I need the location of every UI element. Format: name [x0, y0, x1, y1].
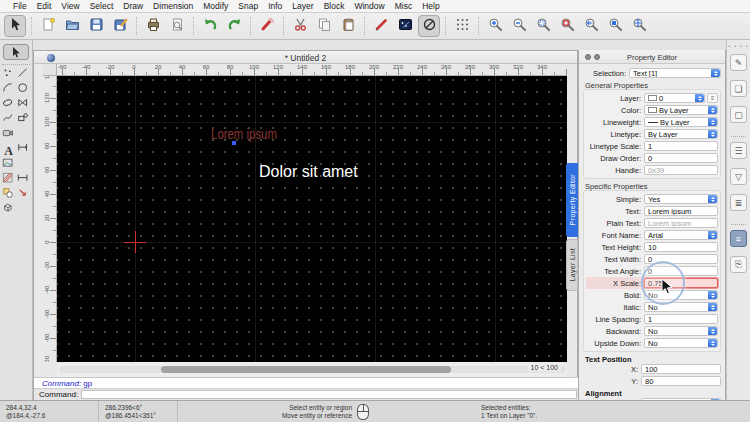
auto-zoom-button[interactable] — [532, 15, 554, 37]
menu-info[interactable]: Info — [263, 1, 287, 11]
property-input[interactable]: 80 — [641, 376, 721, 386]
dropdown-stepper[interactable] — [708, 327, 717, 335]
selection-filter-panel-button[interactable]: ▽ — [730, 168, 747, 185]
dimension-tool-button[interactable] — [16, 142, 31, 157]
panel-close-button[interactable] — [585, 54, 591, 60]
panel-float-button[interactable] — [594, 54, 600, 60]
menu-snap[interactable]: Snap — [233, 1, 263, 11]
property-dropdown[interactable]: Arial — [644, 230, 718, 240]
property-editor-panel-button[interactable]: ✎ — [730, 54, 747, 71]
property-dropdown[interactable]: Yes — [644, 194, 718, 204]
property-dropdown[interactable]: By Layer — [644, 105, 718, 115]
solid-tool-button[interactable] — [1, 202, 16, 217]
property-input[interactable]: Lorem ipsum — [644, 206, 718, 216]
dropdown-stepper[interactable] — [708, 291, 717, 299]
menu-select[interactable]: Select — [85, 1, 119, 11]
new-file-button[interactable] — [37, 15, 59, 37]
property-input[interactable]: 0 — [644, 266, 718, 276]
save-file-button[interactable] — [85, 15, 107, 37]
property-dropdown[interactable]: By Layer — [644, 129, 718, 139]
open-file-button[interactable] — [61, 15, 83, 37]
property-input[interactable]: 1 — [644, 314, 718, 324]
library-browser-panel-button[interactable]: ≣ — [730, 194, 747, 211]
property-input[interactable]: Lorem ipsum — [644, 218, 718, 228]
modify-tool-button[interactable] — [16, 187, 31, 202]
text-entity[interactable]: Dolor sit amet — [259, 163, 358, 181]
menu-edit[interactable]: Edit — [32, 1, 57, 11]
dropdown-stepper[interactable] — [708, 118, 717, 126]
pan-zoom-button[interactable] — [604, 15, 626, 37]
menu-block[interactable]: Block — [319, 1, 350, 11]
dropdown-stepper[interactable] — [708, 339, 717, 347]
zoom-center-button[interactable] — [628, 15, 650, 37]
dropdown-stepper[interactable] — [708, 130, 717, 138]
command-input[interactable] — [81, 390, 577, 399]
scrollbar-thumb[interactable] — [161, 366, 451, 373]
property-input[interactable]: 0 — [644, 153, 718, 163]
menu-dimension[interactable]: Dimension — [148, 1, 198, 11]
shape-tool-button[interactable] — [16, 112, 31, 127]
selected-text-entity[interactable]: Lorem ipsum — [211, 125, 277, 142]
redo-button[interactable] — [223, 15, 245, 37]
tab-property-editor[interactable]: Property Editor — [566, 163, 578, 237]
pointer-tool-button[interactable] — [4, 15, 26, 37]
property-dropdown[interactable]: By Layer — [644, 117, 718, 127]
zoom-window-button[interactable] — [556, 15, 578, 37]
dropdown-stepper[interactable] — [708, 231, 717, 239]
property-dropdown[interactable]: No — [644, 338, 718, 348]
draft-mode-toggle-button[interactable] — [418, 15, 440, 37]
property-dropdown[interactable]: No — [644, 290, 718, 300]
property-dropdown[interactable]: No — [644, 326, 718, 336]
view-list-panel-button[interactable]: ☰ — [730, 142, 747, 159]
panel-titlebar[interactable]: Property Editor — [579, 50, 725, 64]
document-titlebar[interactable]: * Untitled 2 — [34, 51, 577, 64]
zoom-out-button[interactable] — [508, 15, 530, 37]
property-dropdown[interactable]: 0 — [644, 93, 705, 103]
menu-help[interactable]: Help — [417, 1, 444, 11]
menu-misc[interactable]: Misc — [390, 1, 417, 11]
dock-drag-handle[interactable]: • • • • — [727, 43, 750, 49]
property-dropdown[interactable]: Text [1] — [629, 68, 721, 78]
tab-layer-list[interactable]: Layer List — [566, 239, 578, 291]
property-input[interactable]: 10 — [644, 242, 718, 252]
selection-pointer-button[interactable] — [3, 44, 29, 60]
property-input[interactable]: 100 — [641, 364, 721, 374]
undo-button[interactable] — [199, 15, 221, 37]
property-input[interactable]: 0x39 — [644, 165, 718, 175]
property-input[interactable]: 0 — [644, 254, 718, 264]
menu-modify[interactable]: Modify — [198, 1, 233, 11]
property-dropdown[interactable]: No — [644, 302, 718, 312]
grid-toggle-button[interactable] — [451, 15, 473, 37]
drawing-canvas[interactable]: Lorem ipsum Dolor sit amet — [57, 76, 567, 362]
dropdown-stepper[interactable] — [695, 94, 704, 102]
menu-view[interactable]: View — [56, 1, 84, 11]
block-list-panel-button[interactable]: ▢ — [730, 106, 747, 123]
print-preview-button[interactable] — [166, 15, 188, 37]
layer-list-panel-button[interactable]: ❏ — [730, 80, 747, 97]
menu-file[interactable]: File — [8, 1, 32, 11]
print-button[interactable] — [142, 15, 164, 37]
cut-button[interactable] — [289, 15, 311, 37]
zoom-previous-button[interactable] — [580, 15, 602, 37]
dropdown-stepper[interactable] — [708, 303, 717, 311]
menu-layer[interactable]: Layer — [287, 1, 318, 11]
menu-window[interactable]: Window — [349, 1, 389, 11]
dropdown-stepper[interactable] — [711, 69, 720, 77]
clipboard-panel-button[interactable]: ⎘ — [730, 256, 747, 273]
property-input[interactable]: 1 — [644, 141, 718, 151]
erase-button[interactable] — [256, 15, 278, 37]
zoom-in-button[interactable] — [484, 15, 506, 37]
save-as-button[interactable] — [109, 15, 131, 37]
paste-button[interactable] — [337, 15, 359, 37]
copy-button[interactable] — [313, 15, 335, 37]
layer-menu-button[interactable]: ≡ — [707, 93, 718, 103]
background-color-toggle-button[interactable] — [394, 15, 416, 37]
command-line-panel-button[interactable]: ≡ — [730, 230, 747, 247]
menu-draw[interactable]: Draw — [118, 1, 148, 11]
property-input[interactable]: 0.75 — [644, 278, 718, 288]
dropdown-stepper[interactable] — [708, 195, 717, 203]
selection-handle[interactable] — [232, 141, 236, 145]
edit-pen-button[interactable] — [370, 15, 392, 37]
dropdown-stepper[interactable] — [708, 106, 717, 114]
horizontal-scrollbar[interactable] — [59, 366, 565, 373]
